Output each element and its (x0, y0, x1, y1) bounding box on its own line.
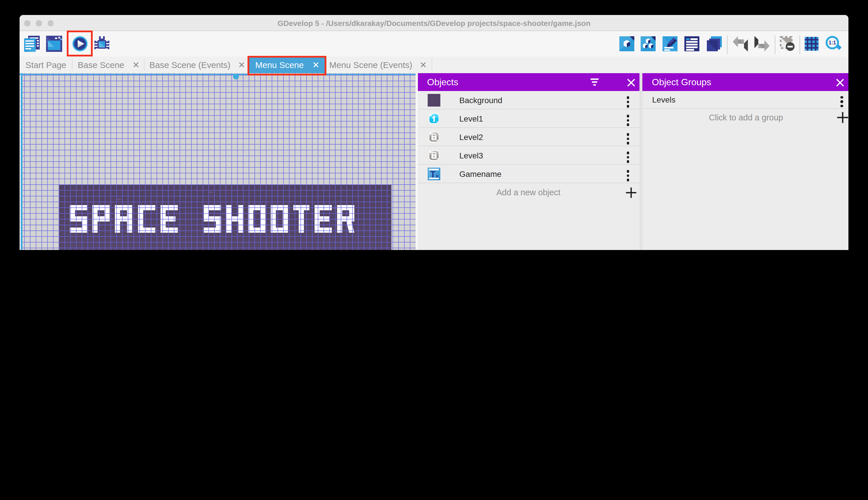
svg-text:x: x (436, 173, 438, 179)
svg-text:T: T (430, 169, 436, 180)
svg-text:1:1: 1:1 (828, 39, 836, 45)
